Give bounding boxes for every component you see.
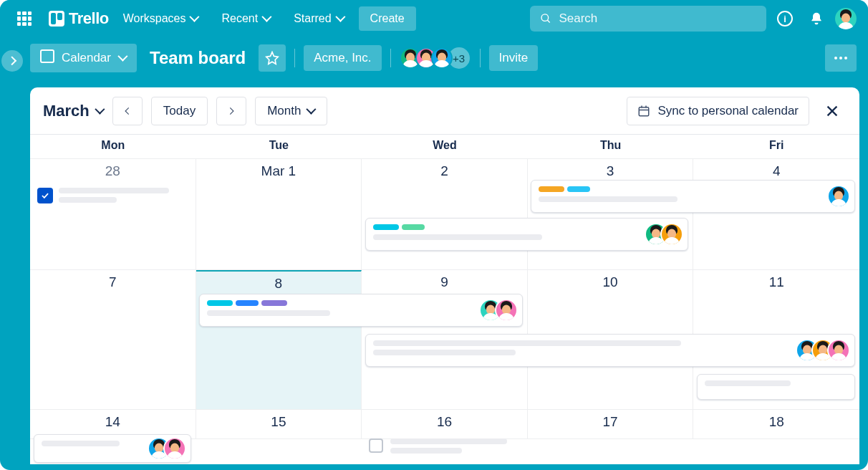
calendar-grid: Mon Tue Wed Thu Fri 28 Mar 1 2 3 4 7 8 9… [30, 135, 859, 439]
calendar-card[interactable] [365, 334, 855, 367]
chevron-down-icon [190, 14, 198, 23]
day-header: Fri [693, 135, 859, 159]
granularity-label: Month [267, 104, 301, 118]
day-number: 11 [699, 274, 854, 290]
account-avatar[interactable] [835, 8, 857, 29]
calendar-cell[interactable]: 7 [30, 270, 196, 410]
day-number: 28 [36, 163, 190, 179]
sync-calendar-button[interactable]: Sync to personal calendar [627, 97, 809, 125]
day-header: Mon [30, 135, 196, 159]
divider [390, 49, 391, 67]
month-dropdown[interactable]: March [43, 102, 104, 120]
day-header: Wed [362, 135, 528, 159]
starred-menu[interactable]: Starred [285, 6, 352, 31]
prev-period-button[interactable] [112, 97, 143, 125]
divider [480, 49, 481, 67]
calendar-card[interactable] [697, 374, 855, 400]
day-header: Thu [528, 135, 694, 159]
card-member-avatar [163, 437, 186, 460]
app-switcher-icon[interactable] [11, 6, 37, 32]
workspaces-label: Workspaces [123, 12, 186, 25]
calendar-icon [40, 49, 54, 67]
search-icon [540, 12, 551, 25]
chevron-right-icon [226, 106, 236, 116]
day-number: 16 [367, 414, 521, 430]
trello-logo-icon [49, 11, 64, 27]
logo[interactable]: Trello [49, 9, 109, 28]
close-icon [824, 103, 840, 119]
day-number: 9 [367, 274, 521, 290]
calendar-card[interactable] [531, 180, 855, 213]
calendar-cell[interactable]: Mar 1 [196, 159, 362, 270]
day-number: 18 [699, 414, 854, 430]
card-member-avatar [495, 299, 518, 322]
sidebar-expand-button[interactable] [1, 50, 23, 72]
calendar-cell[interactable]: 3 [528, 159, 694, 270]
calendar-card[interactable] [199, 294, 523, 327]
recent-label: Recent [221, 12, 258, 25]
invite-button[interactable]: Invite [489, 45, 539, 71]
brand-text: Trello [69, 9, 109, 28]
day-number: 15 [202, 414, 356, 430]
calendar-cell[interactable]: 4 [693, 159, 859, 270]
calendar-cell[interactable]: 28 [30, 159, 196, 270]
chevron-down-icon [262, 14, 271, 23]
next-period-button[interactable] [216, 97, 246, 125]
calendar-panel: March Today Month Sync to personal calen… [30, 87, 859, 464]
calendar-cell[interactable]: 2 [362, 159, 528, 270]
chevron-down-icon [336, 14, 344, 23]
checkbox-unchecked-icon[interactable] [369, 438, 383, 453]
day-number: 8 [202, 276, 356, 292]
month-label: March [43, 102, 90, 120]
card-placeholder [59, 188, 188, 206]
search-box[interactable] [530, 6, 766, 32]
card-member-avatar [660, 223, 683, 246]
svg-point-0 [541, 14, 549, 21]
starred-label: Starred [294, 12, 331, 25]
day-number: 3 [534, 163, 688, 179]
sync-label: Sync to personal calendar [657, 104, 799, 118]
create-button[interactable]: Create [359, 6, 416, 31]
view-label: Calendar [62, 51, 111, 65]
close-calendar-button[interactable] [818, 97, 847, 125]
board-members[interactable]: +3 [400, 46, 471, 70]
day-number: 7 [36, 274, 190, 290]
invite-label: Invite [499, 51, 529, 65]
divider [294, 49, 295, 67]
recent-menu[interactable]: Recent [213, 6, 279, 31]
workspace-button[interactable]: Acme, Inc. [304, 45, 381, 71]
workspaces-menu[interactable]: Workspaces [115, 6, 208, 31]
search-input[interactable] [559, 11, 756, 26]
day-number: 14 [36, 414, 190, 430]
calendar-cell[interactable]: 18 [693, 410, 859, 439]
calendar-cell[interactable]: 15 [196, 410, 362, 439]
card-placeholder [390, 438, 520, 457]
view-granularity-dropdown[interactable]: Month [255, 97, 327, 125]
day-number: 17 [534, 414, 688, 430]
chevron-down-icon [95, 107, 104, 115]
calendar-cell[interactable]: 17 [528, 410, 694, 439]
bell-icon [809, 11, 824, 26]
info-icon: i [777, 11, 793, 27]
view-switcher[interactable]: Calendar [30, 44, 137, 72]
notifications-button[interactable] [804, 6, 829, 32]
day-header: Tue [196, 135, 362, 159]
star-icon [265, 51, 279, 65]
member-avatar[interactable] [431, 47, 453, 69]
calendar-cell-today[interactable]: 8 [196, 270, 362, 410]
today-button[interactable]: Today [151, 97, 208, 125]
card-member-avatar [827, 339, 850, 362]
checkbox-checked-icon[interactable] [37, 188, 53, 203]
calendar-icon [637, 105, 650, 118]
calendar-card[interactable] [365, 218, 689, 251]
board-more-menu[interactable] [825, 44, 857, 72]
star-board-button[interactable] [259, 44, 286, 72]
calendar-cell[interactable]: 16 [362, 410, 528, 439]
info-button[interactable]: i [772, 6, 798, 32]
card-member-avatar [827, 185, 850, 208]
day-number: Mar 1 [202, 163, 356, 179]
calendar-card[interactable] [34, 434, 191, 463]
board-title[interactable]: Team board [150, 48, 246, 68]
chevron-down-icon [118, 54, 127, 62]
chevron-down-icon [307, 107, 315, 115]
